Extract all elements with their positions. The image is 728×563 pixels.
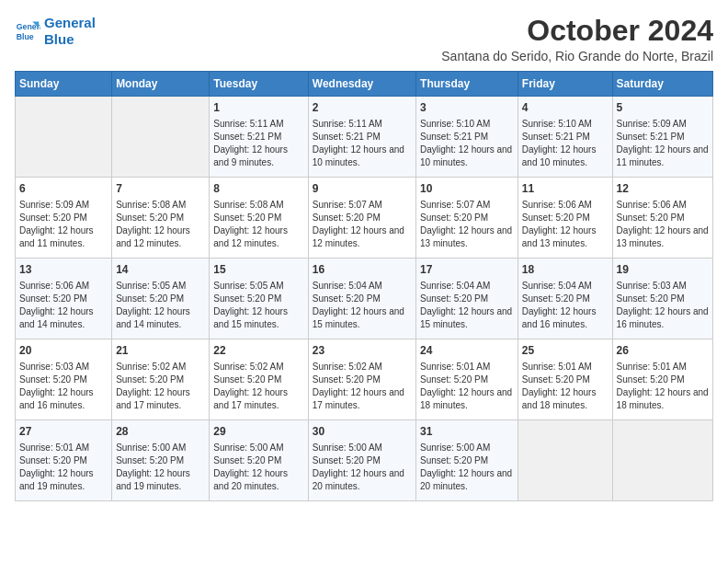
logo: General Blue General Blue	[15, 15, 96, 48]
daylight: Daylight: 12 hours and 13 minutes.	[617, 225, 709, 248]
header-thursday: Thursday	[416, 72, 518, 97]
day-number: 15	[213, 262, 303, 278]
week-row-1: 1 Sunrise: 5:11 AM Sunset: 5:21 PM Dayli…	[16, 97, 713, 178]
sunset: Sunset: 5:20 PM	[116, 293, 184, 304]
calendar-cell	[112, 97, 210, 178]
calendar-cell: 1 Sunrise: 5:11 AM Sunset: 5:21 PM Dayli…	[210, 97, 308, 178]
sunrise: Sunrise: 5:07 AM	[313, 200, 382, 210]
calendar-cell: 24 Sunrise: 5:01 AM Sunset: 5:20 PM Dayl…	[416, 339, 518, 420]
daylight: Daylight: 12 hours and 10 minutes.	[522, 144, 597, 167]
daylight: Daylight: 12 hours and 11 minutes.	[617, 144, 709, 167]
day-number: 18	[522, 262, 609, 278]
calendar-cell: 2 Sunrise: 5:11 AM Sunset: 5:21 PM Dayli…	[308, 97, 415, 178]
sunrise: Sunrise: 5:11 AM	[213, 119, 283, 129]
daylight: Daylight: 12 hours and 11 minutes.	[19, 225, 94, 248]
calendar-cell	[16, 97, 112, 178]
sunset: Sunset: 5:20 PM	[19, 455, 87, 465]
daylight: Daylight: 12 hours and 18 minutes.	[617, 387, 709, 410]
daylight: Daylight: 12 hours and 10 minutes.	[313, 144, 404, 167]
week-row-5: 27 Sunrise: 5:01 AM Sunset: 5:20 PM Dayl…	[16, 420, 713, 501]
sunrise: Sunrise: 5:03 AM	[19, 362, 89, 372]
daylight: Daylight: 12 hours and 18 minutes.	[420, 387, 512, 410]
calendar-cell: 17 Sunrise: 5:04 AM Sunset: 5:20 PM Dayl…	[416, 259, 518, 339]
sunset: Sunset: 5:20 PM	[420, 213, 488, 223]
daylight: Daylight: 12 hours and 14 minutes.	[19, 306, 94, 329]
sunrise: Sunrise: 5:00 AM	[313, 442, 382, 453]
calendar-cell	[518, 420, 612, 501]
sunrise: Sunrise: 5:04 AM	[420, 281, 490, 291]
sunset: Sunset: 5:20 PM	[116, 374, 184, 385]
logo-line1: General	[44, 15, 96, 30]
day-number: 8	[213, 181, 303, 197]
day-number: 30	[313, 424, 412, 440]
title-block: October 2024 Santana do Serido, Rio Gran…	[441, 15, 713, 63]
calendar-cell: 11 Sunrise: 5:06 AM Sunset: 5:20 PM Dayl…	[518, 178, 612, 259]
header-saturday: Saturday	[612, 72, 712, 97]
sunset: Sunset: 5:20 PM	[617, 293, 685, 304]
subtitle: Santana do Serido, Rio Grande do Norte, …	[441, 49, 713, 63]
calendar-cell: 16 Sunrise: 5:04 AM Sunset: 5:20 PM Dayl…	[308, 259, 415, 339]
day-number: 19	[617, 262, 709, 278]
sunset: Sunset: 5:21 PM	[213, 132, 281, 142]
day-number: 29	[213, 424, 303, 440]
calendar-cell: 7 Sunrise: 5:08 AM Sunset: 5:20 PM Dayli…	[112, 178, 210, 259]
day-number: 13	[19, 262, 108, 278]
header-friday: Friday	[518, 72, 612, 97]
sunset: Sunset: 5:21 PM	[522, 132, 590, 142]
sunrise: Sunrise: 5:06 AM	[522, 200, 592, 210]
calendar-cell: 20 Sunrise: 5:03 AM Sunset: 5:20 PM Dayl…	[16, 339, 112, 420]
day-number: 10	[420, 181, 514, 197]
sunrise: Sunrise: 5:09 AM	[617, 119, 687, 129]
daylight: Daylight: 12 hours and 19 minutes.	[116, 468, 190, 491]
sunrise: Sunrise: 5:06 AM	[19, 281, 89, 291]
daylight: Daylight: 12 hours and 12 minutes.	[213, 225, 288, 248]
calendar-table: SundayMondayTuesdayWednesdayThursdayFrid…	[15, 71, 713, 501]
sunset: Sunset: 5:20 PM	[522, 293, 590, 304]
calendar-cell: 9 Sunrise: 5:07 AM Sunset: 5:20 PM Dayli…	[308, 178, 415, 259]
day-number: 5	[617, 100, 709, 116]
calendar-cell: 25 Sunrise: 5:01 AM Sunset: 5:20 PM Dayl…	[518, 339, 612, 420]
main-title: October 2024	[441, 15, 713, 47]
sunrise: Sunrise: 5:04 AM	[522, 281, 592, 291]
day-number: 4	[522, 100, 609, 116]
sunset: Sunset: 5:20 PM	[313, 213, 381, 223]
sunrise: Sunrise: 5:04 AM	[313, 281, 382, 291]
sunset: Sunset: 5:21 PM	[617, 132, 685, 142]
day-number: 27	[19, 424, 108, 440]
sunset: Sunset: 5:20 PM	[213, 374, 281, 385]
day-number: 31	[420, 424, 514, 440]
calendar-cell: 18 Sunrise: 5:04 AM Sunset: 5:20 PM Dayl…	[518, 259, 612, 339]
calendar-cell: 15 Sunrise: 5:05 AM Sunset: 5:20 PM Dayl…	[210, 259, 308, 339]
daylight: Daylight: 12 hours and 13 minutes.	[522, 225, 597, 248]
calendar-cell: 3 Sunrise: 5:10 AM Sunset: 5:21 PM Dayli…	[416, 97, 518, 178]
sunrise: Sunrise: 5:07 AM	[420, 200, 490, 210]
sunrise: Sunrise: 5:00 AM	[420, 442, 490, 453]
header-sunday: Sunday	[16, 72, 112, 97]
daylight: Daylight: 12 hours and 9 minutes.	[213, 144, 288, 167]
day-number: 22	[213, 343, 303, 359]
daylight: Daylight: 12 hours and 15 minutes.	[213, 306, 288, 329]
sunset: Sunset: 5:20 PM	[213, 293, 281, 304]
sunrise: Sunrise: 5:09 AM	[19, 200, 89, 210]
logo-icon: General Blue	[15, 18, 40, 44]
calendar-cell: 31 Sunrise: 5:00 AM Sunset: 5:20 PM Dayl…	[416, 420, 518, 501]
sunrise: Sunrise: 5:08 AM	[116, 200, 186, 210]
sunrise: Sunrise: 5:01 AM	[522, 362, 592, 372]
daylight: Daylight: 12 hours and 16 minutes.	[617, 306, 709, 329]
sunrise: Sunrise: 5:01 AM	[617, 362, 687, 372]
sunrise: Sunrise: 5:08 AM	[213, 200, 283, 210]
day-number: 9	[313, 181, 412, 197]
header-wednesday: Wednesday	[308, 72, 415, 97]
day-number: 1	[213, 100, 303, 116]
sunrise: Sunrise: 5:06 AM	[617, 200, 687, 210]
sunrise: Sunrise: 5:05 AM	[213, 281, 283, 291]
week-row-2: 6 Sunrise: 5:09 AM Sunset: 5:20 PM Dayli…	[16, 178, 713, 259]
calendar-cell: 12 Sunrise: 5:06 AM Sunset: 5:20 PM Dayl…	[612, 178, 712, 259]
daylight: Daylight: 12 hours and 12 minutes.	[313, 225, 404, 248]
calendar-cell: 10 Sunrise: 5:07 AM Sunset: 5:20 PM Dayl…	[416, 178, 518, 259]
calendar-cell: 14 Sunrise: 5:05 AM Sunset: 5:20 PM Dayl…	[112, 259, 210, 339]
sunrise: Sunrise: 5:03 AM	[617, 281, 687, 291]
calendar-cell: 21 Sunrise: 5:02 AM Sunset: 5:20 PM Dayl…	[112, 339, 210, 420]
logo-text: General Blue	[44, 15, 96, 48]
daylight: Daylight: 12 hours and 17 minutes.	[213, 387, 288, 410]
